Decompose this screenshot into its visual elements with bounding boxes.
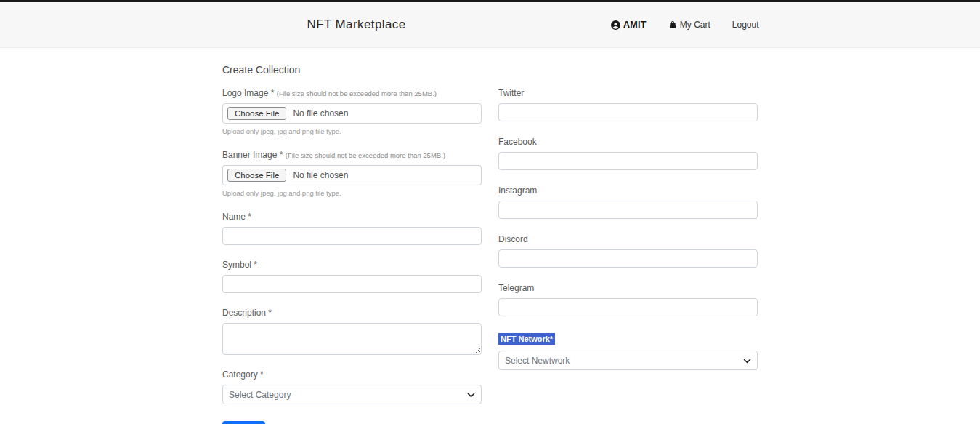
logout-link[interactable]: Logout — [732, 20, 759, 30]
description-field: Description * — [222, 308, 482, 355]
user-menu[interactable]: AMIT — [611, 20, 647, 30]
banner-upload-note: Upload only jpeg, jpg and png file type. — [222, 189, 482, 197]
category-label: Category * — [222, 369, 482, 380]
logo-choose-file-button[interactable]: Choose File — [227, 107, 286, 120]
facebook-input[interactable] — [498, 152, 758, 170]
logo-file-status: No file chosen — [293, 108, 348, 119]
banner-image-label: Banner Image * (File size should not be … — [222, 150, 482, 160]
page-title: Create Collection — [222, 64, 758, 76]
symbol-label: Symbol * — [222, 260, 482, 270]
top-navbar: NFT Marketplace AMIT My Cart Logout — [0, 0, 980, 48]
name-field: Name * — [222, 212, 482, 245]
category-select-wrap: Select Category — [222, 385, 482, 404]
twitter-input[interactable] — [498, 103, 758, 121]
name-label: Name * — [222, 212, 482, 222]
discord-input[interactable] — [498, 249, 758, 268]
category-field: Category * Select Category — [222, 369, 482, 404]
facebook-label: Facebook — [498, 137, 758, 147]
telegram-field: Telegram — [498, 283, 758, 316]
banner-image-hint: (File size should not be exceeded more t… — [286, 151, 445, 159]
network-select-wrap: Select Newtwork — [498, 351, 758, 370]
discord-label: Discord — [498, 234, 758, 244]
logo-image-field: Logo Image * (File size should not be ex… — [222, 88, 482, 135]
navbar-inner: NFT Marketplace AMIT My Cart Logout — [222, 17, 759, 32]
instagram-input[interactable] — [498, 201, 758, 219]
banner-image-field: Banner Image * (File size should not be … — [222, 150, 482, 197]
banner-file-status: No file chosen — [293, 170, 348, 180]
save-button[interactable]: Save — [222, 421, 265, 424]
banner-image-label-text: Banner Image * — [222, 150, 283, 160]
symbol-field: Symbol * — [222, 260, 482, 293]
name-input[interactable] — [222, 227, 482, 245]
description-label: Description * — [222, 308, 482, 318]
cart-icon — [668, 20, 677, 29]
instagram-label: Instagram — [498, 185, 758, 196]
twitter-field: Twitter — [498, 88, 758, 121]
description-textarea[interactable] — [222, 323, 482, 355]
logo-image-label-text: Logo Image * — [222, 88, 274, 98]
category-select[interactable]: Select Category — [222, 385, 482, 404]
form-columns: Logo Image * (File size should not be ex… — [222, 88, 758, 424]
symbol-input[interactable] — [222, 275, 482, 293]
user-icon — [611, 20, 620, 30]
facebook-field: Facebook — [498, 137, 758, 170]
cart-link[interactable]: My Cart — [668, 20, 710, 30]
nft-network-label: NFT Network* — [498, 333, 555, 345]
telegram-label: Telegram — [498, 283, 758, 293]
banner-file-input[interactable]: Choose File No file chosen — [222, 165, 482, 185]
form-right-column: Twitter Facebook Instagram Discord Teleg… — [498, 88, 758, 385]
navbar-right: AMIT My Cart Logout — [611, 20, 758, 30]
logo-file-input[interactable]: Choose File No file chosen — [222, 103, 482, 124]
nft-network-field: NFT Network* Select Newtwork — [498, 332, 758, 370]
logout-label: Logout — [732, 20, 759, 30]
form-left-column: Logo Image * (File size should not be ex… — [222, 88, 482, 424]
network-select[interactable]: Select Newtwork — [498, 351, 758, 370]
instagram-field: Instagram — [498, 185, 758, 219]
discord-field: Discord — [498, 234, 758, 268]
user-name: AMIT — [623, 20, 647, 30]
cart-label: My Cart — [680, 20, 710, 30]
app-title: NFT Marketplace — [307, 17, 406, 32]
telegram-input[interactable] — [498, 298, 758, 316]
create-collection-page: Create Collection Logo Image * (File siz… — [222, 64, 758, 424]
logo-upload-note: Upload only jpeg, jpg and png file type. — [222, 127, 482, 135]
logo-image-hint: (File size should not be exceeded more t… — [277, 89, 437, 97]
banner-choose-file-button[interactable]: Choose File — [227, 169, 286, 182]
logo-image-label: Logo Image * (File size should not be ex… — [222, 88, 482, 98]
twitter-label: Twitter — [498, 88, 758, 98]
